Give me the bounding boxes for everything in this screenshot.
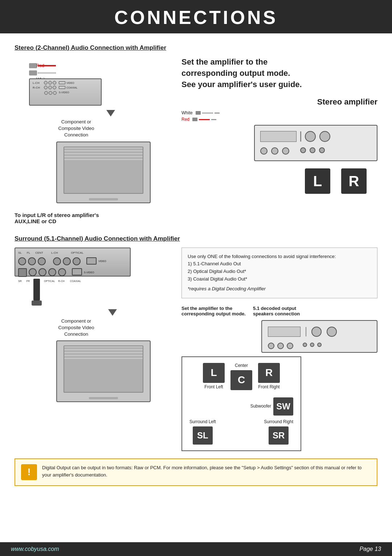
s-gap3 [68, 268, 70, 277]
page-title: CONNECTIONS [0, 7, 392, 28]
speaker-item-sl: Surround Left SL [189, 419, 216, 445]
amp-port6 [319, 147, 325, 153]
surround-down-arrow [108, 309, 117, 316]
instruction-text: Set the amplifier to the corresponding o… [181, 57, 377, 90]
surround-device-area: SL FL CENT L-CH OPTICAL [15, 248, 171, 306]
optical-cable-end [32, 301, 42, 306]
s-port-c6 [73, 257, 81, 265]
amp-label4: speakers connection [253, 311, 300, 316]
dvd-port-c9 [53, 91, 57, 95]
info-item3: 3) Coaxial Digital Audio Out* [188, 275, 371, 283]
amp-cable-red-connector [192, 118, 197, 121]
tv-stripe-5 [64, 159, 143, 160]
white-cable-row [29, 70, 171, 75]
amp-port8 [277, 343, 284, 349]
amp-cable-white-label: White [181, 110, 193, 115]
component-label-stereo: Component or Composite Video Connection [51, 119, 102, 139]
tv-unit-surround [56, 340, 151, 402]
to-input-label: To input L/R of stereo amplifier's AUX,L… [15, 212, 171, 224]
port-lch: L-CH [51, 251, 58, 254]
red-cable-connector [29, 63, 37, 68]
port-sl: SL [18, 251, 22, 254]
speaker-row-lcr: L Front Left Center C R [189, 363, 293, 390]
amp-display2 [268, 327, 301, 337]
surround-amp-labels-right: 5.1 decoded output speakers connection [253, 306, 300, 316]
tv-s3 [64, 352, 143, 353]
s-port-c7 [29, 268, 37, 276]
amp-controls [255, 126, 377, 147]
dvd-port-circles-top [44, 81, 56, 85]
red-cable-row [29, 63, 171, 68]
tv-s1 [64, 346, 143, 347]
dvd-cables-area: Red White [15, 63, 171, 75]
speaker-label-r: Front Right [258, 384, 279, 389]
dvd-port-rect-coaxial [59, 86, 65, 89]
port-cent: CENT [35, 251, 43, 254]
speaker-r-box: R [341, 168, 367, 194]
speaker-item-sr: Surround Right SR [264, 419, 293, 445]
surround-port-labels-bottom: SR FR SW OPTICAL R-CH COAXIAL [15, 280, 130, 283]
speaker-item-l: L Front Left [203, 363, 225, 390]
port-sw: SW [34, 280, 38, 282]
s-port-c8 [38, 268, 46, 276]
warning-text: Digital Output can be output in two form… [42, 464, 371, 479]
s-port-c9 [48, 268, 56, 276]
stereo-left-diagram: Red White L-CH [15, 57, 171, 224]
amp-port4 [300, 147, 306, 153]
down-arrow-icon [106, 110, 115, 116]
stereo-section-title: Stereo (2-Channel) Audio Connection with… [15, 44, 377, 52]
amp-red-cable: Red [181, 117, 377, 122]
amp-knob2 [319, 131, 330, 142]
dvd-port-c8 [49, 91, 52, 95]
s-port-c1 [18, 257, 26, 265]
dvd-ports: L-CH VIDEO R-CH [30, 79, 101, 97]
speaker-box-sw: SW [273, 397, 293, 416]
tv-stripe-3 [64, 153, 143, 154]
tv-diagram-surround [36, 340, 171, 402]
tv-stand [89, 198, 118, 200]
amp-cable-red-wire [199, 119, 210, 120]
amp-cable-white-wire [202, 113, 213, 114]
stereo-diagram-container: Red White L-CH [15, 57, 377, 224]
speaker-box-sr: SR [269, 426, 289, 445]
speaker-grid: L Front Left Center C R [181, 356, 301, 451]
amp-knob4 [327, 327, 337, 337]
s-gap2 [82, 257, 85, 265]
amp-port12 [317, 343, 322, 347]
s-optical-port [18, 268, 27, 277]
surround-section-title: Surround (5.1-Channel) Audio Connection … [15, 235, 377, 242]
tv-unit [56, 142, 151, 203]
amp-white-cable: White [181, 110, 377, 115]
amp-label1: Set the amplifier to the [181, 306, 246, 311]
main-content: Stereo (2-Channel) Audio Connection with… [0, 33, 392, 508]
page-header: CONNECTIONS [0, 0, 392, 33]
surround-amp-labels-left: Set the amplifier to the corresponding o… [181, 306, 246, 316]
tv-stripe-2 [64, 150, 143, 151]
dvd-port-circles-mid [44, 86, 56, 89]
amp-divider2 [306, 327, 306, 336]
stereo-right-content: Set the amplifier to the corresponding o… [181, 57, 377, 194]
speaker-item-c: Center C [230, 363, 252, 390]
s-port-svideo-label: S-VIDEO [84, 271, 94, 274]
s-port-c4 [53, 257, 61, 265]
footer-url: www.cobyusa.com [11, 546, 59, 552]
dvd-port-c2 [48, 81, 52, 85]
lr-speaker-boxes: L R [181, 168, 377, 194]
surround-ports-top: SL FL CENT L-CH OPTICAL [15, 248, 130, 268]
white-cable-connector [29, 70, 37, 75]
s-port-video-label: VIDEO [98, 260, 106, 262]
amp-cable-red-label: Red [181, 117, 189, 122]
amp-wire-cont2 [211, 119, 216, 120]
tv-stripe-4 [64, 156, 143, 157]
speaker-l-box: L [305, 168, 330, 194]
surround-circles-row1: VIDEO [18, 257, 106, 265]
s-port-c10 [58, 268, 66, 276]
speaker-label-sl-top: Surround Left [189, 419, 216, 424]
s-port-rect2 [72, 268, 82, 275]
s-optical-square [18, 268, 27, 277]
amp-divider [300, 131, 301, 142]
dvd-player-unit: L-CH VIDEO R-CH [29, 78, 102, 106]
warning-icon: ! [21, 464, 37, 480]
port-rch: R-CH [58, 280, 65, 282]
amp-knob1 [305, 131, 316, 142]
